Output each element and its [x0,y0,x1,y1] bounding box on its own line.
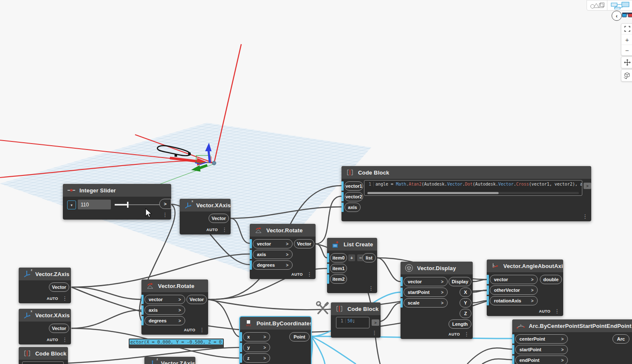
node-header[interactable]: Vector.Display [401,262,473,274]
port-connector[interactable] [401,277,403,286]
node-vector-zaxis-left[interactable]: z Vector.ZAxis Vector AUTO⋮ [19,268,71,303]
input-port-vector[interactable]: vector> [141,295,185,304]
3d-glasses-icon[interactable] [622,12,632,19]
node-header[interactable]: XYZ Point.ByCoordinates [240,317,311,330]
pan-button[interactable] [621,57,632,68]
add-item-button[interactable]: + [348,254,355,261]
input-port-vector[interactable]: vector> [401,277,448,286]
port-connector[interactable] [250,260,252,270]
kebab-menu-icon[interactable]: ⋮ [554,309,560,313]
input-port-x[interactable]: x> [240,332,270,341]
node-header[interactable]: x Vector.XAxis [180,199,231,212]
lacing-label[interactable]: AUTO [47,338,58,342]
output-port[interactable]: > [159,199,171,209]
output-port-list[interactable]: list [362,253,376,262]
output-port-length[interactable]: Length [449,319,471,329]
port-connector[interactable] [487,296,489,305]
input-port-startpoint[interactable]: startPoint> [512,345,568,354]
zoom-out-button[interactable]: − [621,45,632,55]
zoom-in-button[interactable]: + [621,34,632,45]
output-port[interactable]: > [584,183,591,189]
node-header[interactable]: x Vector.XAxis [19,309,71,322]
input-port-z[interactable]: z> [240,353,270,363]
code-editor[interactable] [22,361,64,364]
lacing-label[interactable]: AUTO [539,309,550,313]
code-hscrollbar[interactable] [367,192,579,194]
lacing-label[interactable]: AUTO [47,296,58,301]
port-connector[interactable] [327,264,329,273]
port-connector[interactable] [327,253,329,262]
port-connector[interactable] [401,298,403,308]
port-connector[interactable] [487,275,489,284]
preview-value-bubble[interactable]: ector(X = 0.000, Y = -0.500, Z = 0.866, [129,339,224,348]
port-connector[interactable] [341,203,344,212]
node-vector-angleaboutaxis[interactable]: Vector.AngleAboutAxis vector> otherVecto… [487,260,563,316]
node-integer-slider[interactable]: Integer Slider ▾ 110 > ⋮ [63,184,171,220]
output-port-vector[interactable]: Vector [209,214,229,223]
output-port-vector[interactable]: Vector [294,239,314,248]
port-connector[interactable] [341,181,344,191]
node-vector-rotate-mid[interactable]: Vector.Rotate vector> axis> degrees> Vec… [250,224,316,279]
input-port-scale[interactable]: scale> [401,298,448,308]
input-port-item2[interactable]: item2 [327,274,347,284]
node-vector-xaxis-mid[interactable]: x Vector.XAxis Vector AUTO⋮ [180,199,231,234]
input-port-y[interactable]: y> [240,343,270,352]
node-list-create[interactable]: List Create item0 item1 item2 + − list ⋮ [327,238,377,293]
node-arc-bycenterpoint[interactable]: Arc.ByCenterPointStartPointEndPoint cent… [512,319,632,364]
port-connector[interactable] [401,288,403,297]
port-connector[interactable] [327,274,329,284]
port-connector[interactable] [341,192,344,201]
output-port-double[interactable]: double [540,275,562,284]
kebab-menu-icon[interactable]: ⋮ [582,214,588,219]
lacing-label[interactable]: AUTO [291,272,303,277]
input-port-degrees[interactable]: degrees> [250,260,293,270]
output-port[interactable]: > [372,319,379,326]
input-port-endpoint[interactable]: endPoint> [512,356,568,364]
kebab-menu-icon[interactable]: ⋮ [368,286,374,291]
port-connector[interactable] [240,343,242,352]
graph-view-button[interactable] [607,0,632,11]
kebab-menu-icon[interactable]: ⋮ [199,328,205,332]
slider-handle[interactable] [127,202,129,208]
port-connector[interactable] [240,353,242,363]
input-port-degrees[interactable]: degrees> [141,316,185,325]
kebab-menu-icon[interactable]: ⋮ [464,332,469,336]
code-editor[interactable]: 1 angle = Math.Atan2(Autodesk.Vector.Dot… [364,180,582,196]
port-connector[interactable] [512,345,514,354]
output-port-vector[interactable]: Vector [49,324,69,333]
input-port-vector[interactable]: vector> [250,239,293,248]
input-port-centerpoint[interactable]: centerPoint> [512,334,568,344]
node-header[interactable]: Vector.AngleAboutAxis [487,260,563,272]
port-connector[interactable] [141,316,144,325]
fit-view-button[interactable] [621,24,632,34]
input-port-othervector[interactable]: otherVector> [487,285,538,295]
port-connector[interactable] [250,250,252,259]
input-port-axis[interactable]: axis> [141,305,185,315]
node-code-block-top[interactable]: Code Block vector1 vector2 axis 1 angle … [341,166,591,221]
port-connector[interactable] [240,332,242,341]
input-port-axis[interactable]: axis [341,203,363,212]
node-header[interactable]: z Vector.ZAxis [19,268,71,280]
slider-options-dropdown[interactable]: ▾ [67,200,76,209]
kebab-menu-icon[interactable]: ⋮ [372,331,377,335]
output-port-vector[interactable]: Vector [49,282,69,292]
input-port-item0[interactable]: item0 [327,253,347,262]
kebab-menu-icon[interactable]: ⋮ [162,213,168,217]
node-vector-xaxis-left[interactable]: x Vector.XAxis Vector AUTO⋮ [19,309,71,344]
input-port-vector1[interactable]: vector1 [341,181,363,191]
port-connector[interactable] [250,239,252,248]
kebab-menu-icon[interactable]: ⋮ [62,338,68,342]
dynamo-workspace[interactable]: { "ui": { "auto": "AUTO", "kebab": "⋮", … [0,0,632,364]
slider-value-input[interactable]: 110 [78,200,111,209]
port-connector[interactable] [141,295,144,304]
input-port-vector[interactable]: vector> [487,275,538,284]
node-header[interactable]: Vector.Rotate [250,224,316,237]
input-port-vector2[interactable]: vector2 [341,192,363,201]
port-connector[interactable] [487,285,489,295]
output-port-point[interactable]: Point [289,332,310,341]
output-port-z[interactable]: Z [460,309,471,318]
output-port-y[interactable]: Y [460,298,471,308]
output-port-x[interactable]: X [460,288,471,297]
orbit-button[interactable] [621,70,632,81]
node-header[interactable]: List Create [327,238,377,251]
